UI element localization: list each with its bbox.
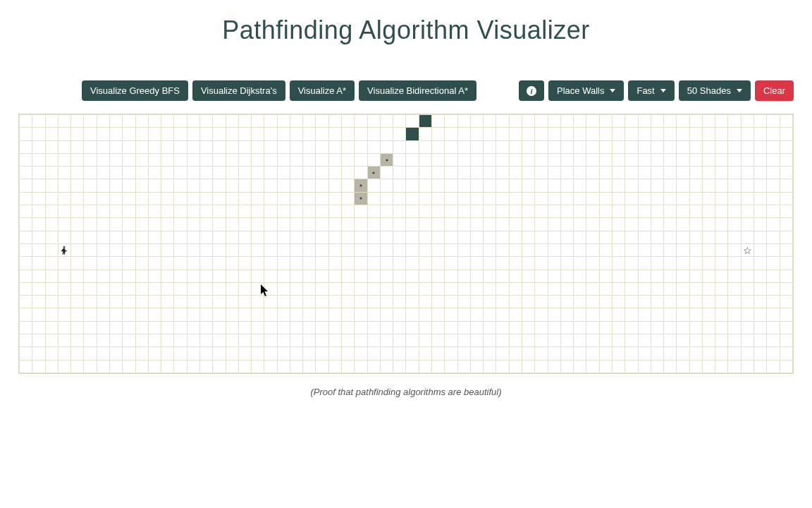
grid-cell[interactable] (135, 308, 148, 321)
grid-cell[interactable] (58, 347, 70, 360)
grid-cell[interactable] (741, 282, 753, 295)
grid-cell[interactable] (355, 218, 367, 231)
grid-cell[interactable] (135, 296, 148, 308)
grid-cell[interactable] (780, 321, 792, 334)
grid-cell[interactable] (599, 128, 612, 140)
grid-cell[interactable] (599, 282, 612, 295)
grid-cell[interactable] (509, 179, 522, 192)
grid-cell[interactable] (612, 308, 625, 321)
grid-cell[interactable] (290, 334, 302, 347)
grid-cell[interactable] (522, 321, 534, 334)
grid-cell[interactable] (316, 360, 328, 373)
grid-cell[interactable] (71, 296, 84, 308)
grid-cell[interactable] (664, 115, 677, 128)
grid-cell[interactable] (264, 243, 277, 256)
grid-cell[interactable] (174, 360, 187, 373)
grid-cell[interactable] (586, 347, 599, 360)
grid-cell[interactable] (560, 115, 573, 128)
grid-cell[interactable] (148, 140, 161, 153)
grid-cell[interactable] (535, 231, 548, 243)
grid-cell[interactable] (393, 128, 406, 140)
grid-cell[interactable] (767, 243, 780, 256)
grid-cell[interactable] (457, 231, 470, 243)
grid-cell[interactable] (715, 218, 728, 231)
grid-cell[interactable] (535, 115, 548, 128)
grid-cell[interactable] (484, 243, 496, 256)
grid-cell[interactable] (71, 321, 84, 334)
grid-cell[interactable] (574, 360, 586, 373)
grid-cell[interactable] (689, 334, 702, 347)
grid-cell[interactable] (290, 257, 302, 270)
grid-cell[interactable] (780, 218, 792, 231)
grid-cell[interactable] (367, 179, 380, 192)
grid-cell[interactable] (32, 231, 45, 243)
grid-cell[interactable] (393, 115, 406, 128)
grid-cell[interactable] (161, 115, 174, 128)
grid-cell[interactable] (342, 128, 355, 140)
grid-cell[interactable] (84, 115, 97, 128)
grid-cell[interactable] (406, 334, 419, 347)
grid-cell[interactable] (303, 296, 316, 308)
grid-cell[interactable] (342, 167, 355, 179)
grid-cell[interactable] (277, 153, 290, 166)
grid-cell[interactable] (20, 270, 32, 282)
grid-cell[interactable] (406, 128, 419, 140)
grid-cell[interactable] (522, 282, 534, 295)
grid-cell[interactable] (548, 334, 560, 347)
grid-cell[interactable] (496, 115, 509, 128)
grid-cell[interactable] (148, 192, 161, 205)
grid-cell[interactable] (393, 334, 406, 347)
grid-cell[interactable] (780, 153, 792, 166)
grid-cell[interactable] (238, 140, 251, 153)
grid-cell[interactable] (484, 334, 496, 347)
grid-cell[interactable] (148, 128, 161, 140)
grid-cell[interactable] (484, 270, 496, 282)
grid-cell[interactable] (419, 205, 431, 218)
grid-cell[interactable] (58, 115, 70, 128)
grid-cell[interactable] (664, 218, 677, 231)
grid-cell[interactable] (97, 257, 109, 270)
grid-cell[interactable] (277, 243, 290, 256)
grid-cell[interactable] (20, 321, 32, 334)
grid-cell[interactable] (432, 243, 445, 256)
grid-cell[interactable] (252, 296, 264, 308)
grid-cell[interactable] (689, 347, 702, 360)
grid-cell[interactable] (599, 231, 612, 243)
grid-cell[interactable] (548, 257, 560, 270)
grid-cell[interactable] (419, 153, 431, 166)
grid-cell[interactable] (135, 179, 148, 192)
grid-cell[interactable] (161, 282, 174, 295)
grid-cell[interactable] (290, 218, 302, 231)
grid-cell[interactable] (638, 192, 651, 205)
grid-cell[interactable] (32, 347, 45, 360)
grid-cell[interactable] (20, 218, 32, 231)
grid-cell[interactable] (638, 347, 651, 360)
grid-cell[interactable] (264, 257, 277, 270)
grid-cell[interactable] (71, 167, 84, 179)
grid-cell[interactable] (484, 205, 496, 218)
grid-cell[interactable] (238, 360, 251, 373)
grid-cell[interactable] (135, 243, 148, 256)
grid-cell[interactable] (612, 334, 625, 347)
grid-cell[interactable] (32, 360, 45, 373)
grid-cell[interactable] (84, 360, 97, 373)
grid-cell[interactable] (638, 179, 651, 192)
grid-cell[interactable] (199, 334, 212, 347)
grid-cell[interactable] (238, 270, 251, 282)
visualize-bidirectional-astar-button[interactable]: Visualize Bidirectional A* (359, 80, 476, 101)
grid-cell[interactable] (97, 231, 109, 243)
grid-cell[interactable] (135, 257, 148, 270)
grid-cell[interactable] (754, 218, 767, 231)
grid-cell[interactable] (509, 128, 522, 140)
grid-cell[interactable] (148, 218, 161, 231)
grid-cell[interactable] (328, 218, 341, 231)
grid-cell[interactable] (651, 282, 663, 295)
grid-cell[interactable] (509, 243, 522, 256)
grid-cell[interactable] (677, 321, 689, 334)
grid-cell[interactable] (432, 347, 445, 360)
grid-cell[interactable] (199, 128, 212, 140)
grid-cell[interactable] (187, 347, 199, 360)
grid-cell[interactable] (380, 115, 393, 128)
grid-cell[interactable] (20, 205, 32, 218)
grid-cell[interactable] (84, 334, 97, 347)
